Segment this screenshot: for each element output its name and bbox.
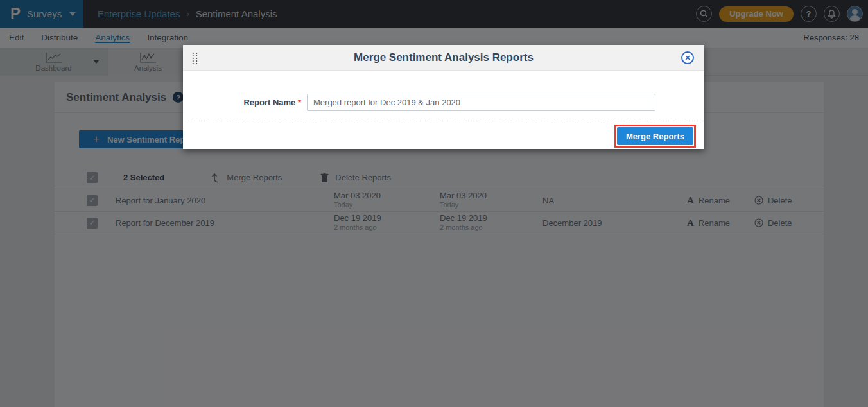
- modal-close-button[interactable]: ✕: [681, 51, 694, 64]
- merge-reports-modal: Merge Sentiment Analysis Reports ✕ Repor…: [183, 45, 704, 149]
- modal-footer: Merge Reports: [183, 121, 704, 148]
- modal-title: Merge Sentiment Analysis Reports: [183, 51, 704, 64]
- report-name-label: Report Name *: [183, 98, 307, 107]
- modal-header: Merge Sentiment Analysis Reports ✕: [183, 45, 704, 71]
- drag-handle-icon[interactable]: [191, 52, 198, 64]
- report-name-input[interactable]: [307, 94, 655, 111]
- close-icon: ✕: [684, 54, 690, 62]
- merge-reports-button[interactable]: Merge Reports: [617, 127, 693, 145]
- required-asterisk: *: [298, 98, 301, 107]
- click-annotation-highlight: Merge Reports: [614, 125, 696, 148]
- report-name-row: Report Name *: [183, 94, 704, 111]
